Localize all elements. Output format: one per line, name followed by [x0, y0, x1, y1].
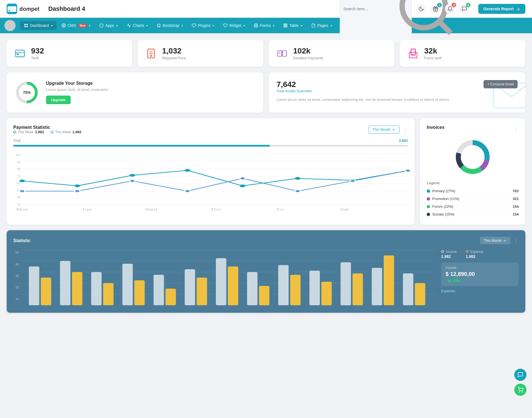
svg-rect-39 [409, 52, 417, 58]
legend-dot-blue [51, 131, 53, 134]
statistic-header: Statistic This Month ⋮ [13, 237, 519, 244]
moon-button[interactable] [416, 4, 426, 14]
bar-chart-svg [21, 250, 437, 305]
nav-item-plugins[interactable]: Plugins ▾ [188, 21, 218, 30]
stat-filter-label: This Month [484, 239, 502, 243]
x-label-wed: Wed [145, 208, 157, 211]
chart-filter: This Month ⋮ [369, 125, 408, 134]
logo-svg [7, 4, 17, 14]
legend-socials: Socials (15%) 154 [427, 211, 519, 218]
header: dompet Dashboard 4 2 12 5 Generate Repor… [0, 0, 532, 18]
x-label-sat: Sat [340, 208, 349, 211]
nav-arrow-cms: ▾ [89, 24, 90, 27]
svg-rect-38 [411, 49, 415, 55]
force-info: 32k Force tariff [424, 47, 441, 60]
nav-label-cms: CMS [68, 23, 76, 28]
svg-rect-15 [26, 26, 28, 27]
main-content: 932 Tariff 1,032 Required Price 102k Det… [0, 33, 532, 319]
search-input[interactable] [343, 7, 392, 11]
expense-item: Expense 1.982 [466, 250, 484, 259]
income-expense-legend: Income 1.982 Expense 1.982 [441, 250, 519, 259]
promotion-dot [427, 197, 430, 201]
nav-label-plugins: Plugins [198, 23, 211, 28]
svg-point-52 [19, 179, 25, 182]
bootstrap-icon [157, 23, 161, 28]
income-badge: ▲ +15% [446, 278, 462, 283]
nav-item-widget[interactable]: Widget ▾ [219, 21, 249, 30]
expense-value: 1.982 [466, 254, 484, 259]
generate-report-button[interactable]: Generate Report [478, 4, 525, 14]
forms-icon [254, 23, 258, 28]
x-label-fri: Fri [277, 208, 283, 211]
forum-dot [427, 205, 430, 208]
svg-point-53 [75, 184, 80, 187]
legend-title: Legend [427, 181, 519, 185]
svg-rect-12 [24, 24, 26, 25]
legend-val-2: 1.982 [72, 130, 81, 134]
chat-icon [462, 6, 467, 12]
invoices-menu-dots[interactable]: ⋮ [514, 127, 519, 133]
svg-point-54 [130, 174, 135, 177]
svg-point-57 [295, 177, 300, 180]
upgrade-button[interactable]: Upgrade [46, 96, 71, 104]
email-count: 7,642 [277, 80, 313, 89]
nav-item-charts[interactable]: Charts ▾ [123, 21, 152, 30]
bar-chart-icon [516, 7, 520, 11]
gift-badge: 2 [437, 3, 442, 7]
promotion-label: Promotion (11%) [432, 197, 459, 201]
svg-rect-27 [16, 50, 24, 57]
nav-label-charts: Charts [133, 23, 144, 28]
svg-line-4 [439, 21, 451, 33]
svg-rect-95 [290, 275, 301, 305]
payments-icon [275, 47, 289, 60]
this-month-filter-button[interactable]: This Month [369, 125, 400, 134]
email-header: 7,642 Total emails Subcriber. + Compose … [277, 80, 518, 95]
nav-item-pages[interactable]: Pages ▾ [307, 21, 336, 30]
socials-value: 154 [513, 212, 519, 216]
income-label: Income [446, 250, 457, 254]
invoices-title: Invoices [427, 125, 444, 130]
plugins-icon [192, 23, 196, 28]
statistic-month-filter[interactable]: This Month [480, 237, 510, 244]
legend-dot-teal [13, 131, 16, 134]
nav-item-dashboard[interactable]: Dashboard ▾ [20, 21, 57, 30]
y-label-80: 80 [13, 167, 21, 171]
widget-icon [223, 23, 227, 28]
tariff-label: Tariff [31, 56, 44, 60]
invoices-header: Invoices ⋮ [427, 125, 519, 134]
line-chart-svg: Mon Tue Wed Thu Fri Sat [22, 151, 408, 212]
total-bar-fill [13, 145, 270, 147]
statistic-menu-dots[interactable]: ⋮ [514, 238, 519, 244]
svg-rect-81 [72, 272, 83, 305]
chat-button[interactable]: 5 [459, 4, 469, 14]
income-value: 1.982 [441, 254, 457, 259]
storage-card: 75% Upgrade Your Storage Lorem ipsum dol… [7, 72, 263, 113]
payments-number: 102k [293, 47, 323, 55]
statistic-controls: This Month ⋮ [480, 237, 519, 244]
svg-point-2 [9, 10, 10, 11]
legend-label-2: This Week [55, 130, 71, 134]
nav-arrow-plugins: ▾ [213, 24, 214, 27]
svg-point-67 [405, 169, 411, 172]
nav-item-bootstrap[interactable]: Bootstrap ▾ [153, 21, 187, 30]
nav-item-cms[interactable]: CMS New ▾ [58, 21, 94, 30]
x-label-mon: Mon [16, 208, 28, 211]
chart-menu-dots[interactable]: ⋮ [403, 127, 408, 133]
svg-point-62 [130, 179, 135, 182]
stat-filter-arrow [503, 239, 507, 242]
income-detail-label: Income [446, 266, 514, 270]
expense-dot [466, 250, 469, 253]
bell-button[interactable]: 12 [445, 4, 455, 14]
socials-label: Socials (15%) [432, 212, 454, 216]
nav-item-forms[interactable]: Forms ▾ [250, 21, 278, 30]
nav-label-pages: Pages [317, 23, 328, 28]
gift-button[interactable]: 2 [431, 4, 441, 14]
svg-point-60 [19, 190, 25, 193]
storage-desc: Lorem ipsum dolor sit amet, onsectetur. [46, 88, 109, 92]
nav-item-apps[interactable]: Apps ▾ [95, 21, 122, 30]
total-bar [13, 145, 408, 147]
nav-label-dashboard: Dashboard [30, 23, 49, 28]
nav-item-table[interactable]: Table ▾ [279, 21, 306, 30]
svg-rect-80 [60, 261, 71, 305]
statistic-bottom: 50 40 30 20 10 [13, 250, 519, 306]
